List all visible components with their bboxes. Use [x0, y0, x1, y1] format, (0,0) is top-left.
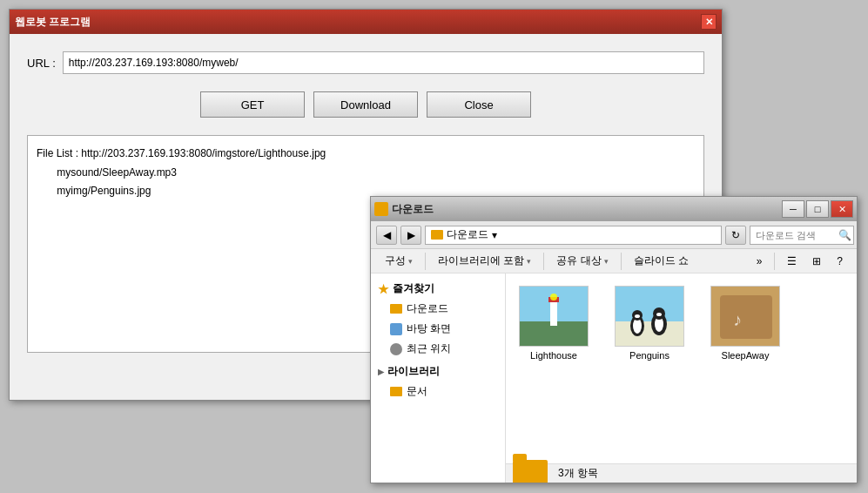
sleepaway-thumbnail: ♪ [710, 286, 780, 347]
toolbar-sep-4 [774, 253, 775, 270]
explorer-body: ★ 즐겨찾기 다운로드 바탕 화면 최근 위치 ▶ 라이브러리 문서 [371, 274, 857, 483]
sidebar-libraries-label: 라이브러리 [387, 364, 440, 379]
refresh-button[interactable]: ↻ [725, 226, 746, 245]
toolbar-share-label: 공유 대상 [556, 253, 601, 268]
lighthouse-filename: Lighthouse [530, 350, 577, 361]
search-icon[interactable]: 🔍 [838, 229, 851, 241]
penguins-thumb-image [616, 287, 683, 346]
documents-folder-icon [390, 387, 402, 396]
sidebar-favorites-label: 즐겨찾기 [393, 281, 434, 296]
sleepaway-filename: SleepAway [722, 350, 770, 361]
sleepaway-thumb-image: ♪ [711, 287, 779, 346]
svg-rect-6 [616, 321, 684, 347]
main-title-text: 웹로봇 프로그램 [15, 15, 91, 30]
main-close-button[interactable]: ✕ [701, 14, 717, 30]
sidebar-downloads-label: 다운로드 [407, 301, 448, 316]
share-chevron: ▾ [604, 257, 609, 266]
svg-point-14 [656, 313, 662, 316]
file-item-lighthouse[interactable]: Lighthouse [515, 282, 593, 364]
minimize-button[interactable]: ─ [782, 200, 804, 218]
svg-rect-16 [720, 295, 772, 339]
svg-rect-2 [550, 300, 557, 326]
breadcrumb-text: 다운로드 [447, 227, 488, 242]
breadcrumb-arrow: ▾ [492, 229, 497, 241]
big-folder-icon [513, 460, 548, 483]
toolbar-view-tiles[interactable]: ⊞ [805, 253, 828, 269]
files-grid: Lighthouse [515, 282, 848, 364]
status-folder: 3개 항목 [513, 460, 598, 483]
toolbar-slideshow[interactable]: 슬라이드 쇼 [627, 252, 696, 270]
url-row: URL : [27, 51, 704, 74]
sidebar-item-desktop[interactable]: 바탕 화면 [371, 319, 505, 339]
maximize-button[interactable]: □ [806, 200, 829, 218]
toolbar-sep-1 [425, 253, 426, 270]
explorer-title-left: 다운로드 [374, 202, 434, 217]
svg-point-10 [635, 314, 640, 318]
include-lib-chevron: ▾ [527, 257, 531, 266]
sidebar-recent-label: 최근 위치 [407, 341, 451, 356]
toolbar-help[interactable]: ? [830, 253, 850, 269]
explorer-title-text: 다운로드 [392, 202, 434, 217]
toolbar-view-list[interactable]: ☰ [780, 253, 804, 269]
libraries-arrow: ▶ [378, 368, 384, 376]
toolbar-more[interactable]: » [750, 253, 770, 269]
explorer-folder-icon [374, 202, 388, 216]
url-label: URL : [27, 57, 56, 70]
breadcrumb-bar: 다운로드 ▾ [425, 226, 722, 245]
svg-text:♪: ♪ [733, 310, 742, 329]
sidebar-libraries-header[interactable]: ▶ 라이브러리 [371, 359, 505, 382]
breadcrumb-folder-icon [431, 230, 443, 240]
sidebar-documents-label: 문서 [407, 384, 427, 399]
sidebar-desktop-label: 바탕 화면 [407, 321, 451, 336]
back-button[interactable]: ◀ [376, 226, 397, 245]
forward-button[interactable]: ▶ [400, 226, 421, 245]
address-bar: ◀ ▶ 다운로드 ▾ ↻ 🔍 [371, 221, 857, 249]
sidebar-favorites-header[interactable]: ★ 즐겨찾기 [371, 279, 505, 299]
close-button[interactable]: Close [427, 91, 531, 118]
explorer-toolbar: 구성 ▾ 라이브러리에 포함 ▾ 공유 대상 ▾ 슬라이드 쇼 » ☰ ⊞ ? [371, 249, 857, 274]
penguins-filename: Penguins [629, 350, 670, 361]
toolbar-sep-2 [543, 253, 544, 270]
sidebar-item-documents[interactable]: 문서 [371, 382, 505, 402]
toolbar-organize-label: 구성 [385, 253, 406, 268]
file-list-content: File List : http://203.237.169.193:8080/… [37, 147, 326, 197]
explorer-sidebar: ★ 즐겨찾기 다운로드 바탕 화면 최근 위치 ▶ 라이브러리 문서 [371, 274, 506, 483]
downloads-folder-icon [390, 304, 402, 314]
desktop-icon [390, 323, 402, 335]
toolbar-include-lib[interactable]: 라이브러리에 포함 ▾ [431, 252, 538, 270]
penguins-thumbnail [615, 286, 684, 347]
explorer-window: 다운로드 ─ □ ✕ ◀ ▶ 다운로드 ▾ ↻ 🔍 구성 ▾ 라이브러리에 포함… [370, 196, 858, 483]
toolbar-slideshow-label: 슬라이드 쇼 [634, 253, 689, 268]
status-bar: 3개 항목 [506, 463, 857, 483]
file-item-penguins[interactable]: Penguins [610, 282, 689, 364]
toolbar-share[interactable]: 공유 대상 ▾ [549, 252, 615, 270]
toolbar-sep-3 [621, 253, 622, 270]
sidebar-item-downloads[interactable]: 다운로드 [371, 299, 505, 319]
lighthouse-thumb-image [520, 287, 588, 346]
button-row: GET Download Close [27, 91, 704, 118]
explorer-main: Lighthouse [506, 274, 857, 483]
svg-rect-5 [616, 287, 684, 321]
organize-chevron: ▾ [408, 257, 413, 266]
toolbar-organize[interactable]: 구성 ▾ [378, 252, 420, 270]
window-controls: ─ □ ✕ [782, 200, 853, 218]
status-count: 3개 항목 [558, 466, 598, 481]
toolbar-include-lib-label: 라이브러리에 포함 [438, 253, 524, 268]
explorer-title-bar: 다운로드 ─ □ ✕ [371, 197, 857, 221]
sleepaway-svg: ♪ [711, 287, 780, 347]
main-title-bar: 웹로봇 프로그램 ✕ [10, 10, 722, 34]
recent-icon [390, 343, 402, 355]
svg-point-4 [550, 294, 557, 301]
lighthouse-svg [520, 287, 589, 347]
url-input[interactable] [63, 51, 704, 74]
explorer-close-button[interactable]: ✕ [831, 200, 853, 218]
get-button[interactable]: GET [200, 91, 305, 118]
lighthouse-thumbnail [519, 286, 589, 347]
star-icon: ★ [378, 282, 389, 296]
file-item-sleepaway[interactable]: ♪ SleepAway [706, 282, 784, 364]
sidebar-item-recent[interactable]: 최근 위치 [371, 339, 505, 359]
download-button[interactable]: Download [313, 91, 418, 118]
penguins-svg [616, 287, 684, 347]
